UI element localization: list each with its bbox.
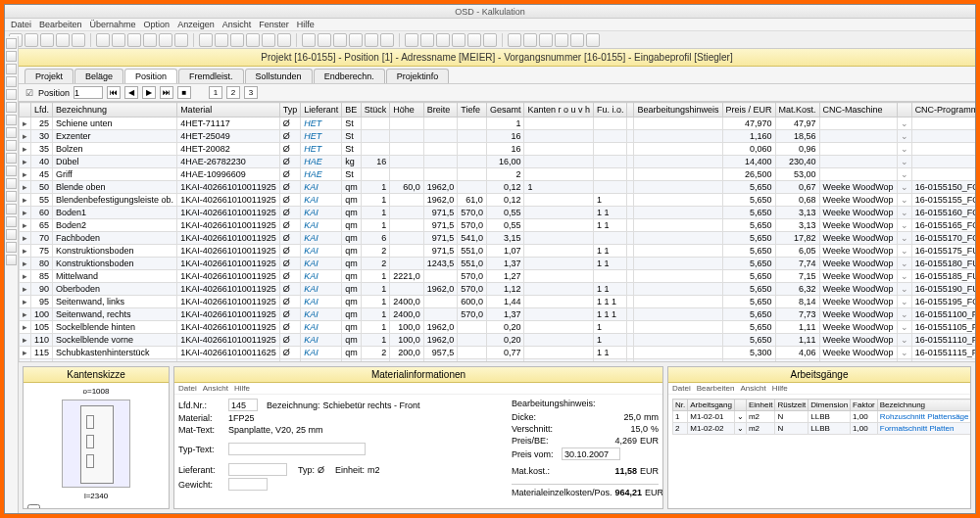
- tab-projektinfo[interactable]: Projektinfo: [386, 69, 450, 83]
- toolbar-button[interactable]: [508, 33, 521, 47]
- panel-menu-item[interactable]: Datei: [178, 384, 197, 393]
- table-row[interactable]: ▸100Seitenwand, rechts1KAI-4026610100119…: [20, 308, 976, 321]
- col-header[interactable]: Stück: [361, 103, 390, 118]
- table-row[interactable]: ▸80Konstruktionsboden1KAI-40266101001192…: [20, 258, 976, 270]
- sidetool-button[interactable]: [6, 64, 17, 74]
- col-header[interactable]: Material: [177, 103, 280, 118]
- sidetool-button[interactable]: [6, 165, 17, 176]
- col-header[interactable]: Mat.Kost.: [775, 103, 819, 118]
- panel-menu-item[interactable]: Bearbeiten: [697, 384, 735, 393]
- preisvom-input[interactable]: [562, 447, 620, 460]
- toolbar-button[interactable]: [40, 33, 54, 47]
- sidetool-button[interactable]: [6, 89, 17, 100]
- page-2-button[interactable]: 2: [226, 86, 240, 99]
- table-row[interactable]: ▸90Oberboden1KAI-402661010011925ØKAIqm11…: [20, 283, 976, 296]
- table-row[interactable]: ▸60Boden11KAI-402661010011925ØKAIqm1971,…: [20, 207, 976, 219]
- toolbar-button[interactable]: [174, 33, 188, 47]
- table-row[interactable]: ▸95Seitenwand, links1KAI-402661010011925…: [20, 296, 976, 308]
- table-row[interactable]: ▸55Blendenbefestigungsleiste ob.1KAI-402…: [20, 194, 976, 207]
- sidetool-button[interactable]: [6, 115, 17, 125]
- toolbar-button[interactable]: [199, 33, 213, 47]
- nav-last-button[interactable]: ⏭: [160, 86, 173, 99]
- menu-anzeigen[interactable]: Anzeigen: [177, 20, 215, 29]
- table-row[interactable]: ▸45Griff4HAE-10996609ØHAESt226,50053,00⌄…: [20, 168, 976, 181]
- toolbar-button[interactable]: [539, 33, 553, 47]
- panel-menu-item[interactable]: Ansicht: [203, 384, 228, 393]
- col-header[interactable]: Lieferant: [301, 103, 342, 118]
- toolbar-button[interactable]: [277, 33, 291, 47]
- toolbar-button[interactable]: [262, 33, 275, 47]
- toolbar-button[interactable]: [405, 33, 418, 47]
- menu-übernahme[interactable]: Übernahme: [90, 20, 136, 29]
- table-row[interactable]: ▸50Blende oben1KAI-402661010011925ØKAIqm…: [20, 181, 976, 194]
- nav-next-button[interactable]: ▶: [142, 86, 156, 99]
- sidetool-button[interactable]: [6, 76, 17, 87]
- toolbar-button[interactable]: [112, 33, 125, 47]
- edge-sketch[interactable]: [62, 400, 130, 488]
- col-header[interactable]: Bezeichnung: [53, 103, 177, 118]
- tab-fremdleist.[interactable]: Fremdleist.: [178, 69, 244, 83]
- toolbar-button[interactable]: [127, 33, 141, 47]
- table-row[interactable]: ▸65Boden21KAI-402661010011925ØKAIqm1971,…: [20, 219, 976, 232]
- table-row[interactable]: ▸115Schubkastenhinterstück1KAI-402661010…: [20, 347, 976, 359]
- table-row[interactable]: ▸30Exzenter4HET-25049ØHETSt161,16018,56⌄…: [20, 130, 976, 143]
- table-row[interactable]: ▸75Konstruktionsboden1KAI-40266101001192…: [20, 245, 976, 258]
- nav-first-button[interactable]: ⏮: [107, 86, 121, 99]
- toolbar-button[interactable]: [72, 33, 85, 47]
- col-header[interactable]: Gesamt: [486, 103, 524, 118]
- toolbar-button[interactable]: [349, 33, 363, 47]
- toolbar-button[interactable]: [318, 33, 331, 47]
- col-header[interactable]: Fu. i.o.: [593, 103, 627, 118]
- menu-ansicht[interactable]: Ansicht: [222, 20, 252, 29]
- toolbar-button[interactable]: [586, 33, 600, 47]
- sidetool-button[interactable]: [6, 242, 17, 253]
- toolbar-button[interactable]: [523, 33, 537, 47]
- mat-lfd-input[interactable]: [228, 399, 258, 411]
- toolbar-button[interactable]: [467, 33, 481, 47]
- col-header[interactable]: Bearbeitungshinweis: [634, 103, 722, 118]
- sidetool-button[interactable]: [6, 153, 17, 164]
- toolbar-button[interactable]: [333, 33, 347, 47]
- tab-endberechn.[interactable]: Endberechn.: [314, 69, 385, 83]
- panel-menu-item[interactable]: Datei: [672, 384, 691, 393]
- col-header[interactable]: CNC-Programme: [911, 103, 975, 118]
- sidetool-button[interactable]: [6, 255, 17, 265]
- toolbar-button[interactable]: [215, 33, 228, 47]
- tab-beläge[interactable]: Beläge: [74, 69, 123, 83]
- table-row[interactable]: ▸25Schiene unten4HET-71117ØHETSt147,9704…: [20, 118, 976, 130]
- nav-stop-button[interactable]: ■: [177, 86, 191, 99]
- tab-projekt[interactable]: Projekt: [24, 69, 74, 83]
- table-row[interactable]: ▸70Fachboden1KAI-402661010011925ØKAIqm69…: [20, 232, 976, 245]
- direction-checkbox[interactable]: Richtung: [27, 504, 165, 508]
- toolbar-button[interactable]: [570, 33, 584, 47]
- toolbar-button[interactable]: [246, 33, 260, 47]
- toolbar-button[interactable]: [483, 33, 497, 47]
- operations-grid[interactable]: Nr.ArbeitsgangEinheitRüstzeitDimensionFa…: [672, 399, 970, 435]
- menu-datei[interactable]: Datei: [11, 20, 31, 29]
- typtext-input[interactable]: [228, 443, 366, 455]
- sidetool-button[interactable]: [6, 38, 17, 49]
- main-grid[interactable]: Lfd.BezeichnungMaterialTypLieferantBEStü…: [19, 102, 975, 361]
- table-row[interactable]: ▸85Mittelwand1KAI-402661010011925ØKAIqm1…: [20, 270, 976, 283]
- nav-prev-button[interactable]: ◀: [124, 86, 138, 99]
- col-header[interactable]: Tiefe: [458, 103, 487, 118]
- menu-hilfe[interactable]: Hilfe: [297, 20, 315, 29]
- panel-menu-item[interactable]: Ansicht: [740, 384, 765, 393]
- operation-row[interactable]: 1M1-02-01⌄m2NLLBB1,00Rohzuschnitt Platte…: [673, 411, 971, 423]
- toolbar-button[interactable]: [452, 33, 466, 47]
- menu-bearbeiten[interactable]: Bearbeiten: [39, 20, 82, 29]
- col-header[interactable]: Preis / EUR: [722, 103, 775, 118]
- table-row[interactable]: ▸105Sockelblende hinten1KAI-402661010011…: [20, 321, 976, 334]
- col-header[interactable]: BE: [342, 103, 362, 118]
- position-input[interactable]: [74, 86, 103, 99]
- menu-fenster[interactable]: Fenster: [259, 20, 289, 29]
- toolbar-button[interactable]: [24, 33, 38, 47]
- panel-menu-item[interactable]: Hilfe: [772, 384, 788, 393]
- table-row[interactable]: ▸40Dübel4HAE-26782230ØHAEkg1616,0014,400…: [20, 156, 976, 168]
- sidetool-button[interactable]: [6, 102, 17, 113]
- toolbar-button[interactable]: [555, 33, 568, 47]
- sidetool-button[interactable]: [6, 191, 17, 202]
- col-header[interactable]: Breite: [423, 103, 458, 118]
- col-header[interactable]: [627, 103, 634, 118]
- col-header[interactable]: Kanten r o u v h: [524, 103, 594, 118]
